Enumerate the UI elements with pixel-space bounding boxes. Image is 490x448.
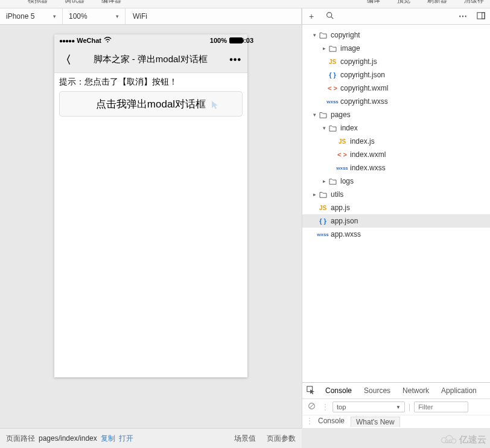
folder-icon bbox=[328, 45, 337, 52]
params-label[interactable]: 页面参数 bbox=[267, 434, 296, 444]
menu-item[interactable]: 刷新器 bbox=[427, 0, 447, 5]
open-link[interactable]: 打开 bbox=[119, 434, 133, 444]
cursor-icon bbox=[211, 100, 220, 113]
tree-item-logs[interactable]: ▸logs bbox=[302, 174, 490, 188]
chevron-down-icon: ▾ bbox=[116, 13, 119, 19]
svg-line-7 bbox=[310, 404, 314, 408]
phone-nav-bar: 〈 脚本之家 - 弹出modal对话框 ••• bbox=[54, 46, 247, 73]
path-value: pages/index/index bbox=[39, 434, 97, 443]
tree-item-index[interactable]: ▾index bbox=[302, 121, 490, 135]
wifi-icon bbox=[104, 37, 112, 44]
context-label: top bbox=[337, 403, 346, 411]
folder-icon bbox=[318, 32, 328, 39]
nav-more-icon[interactable]: ••• bbox=[229, 54, 241, 65]
chevron-down-icon: ▾ bbox=[53, 13, 56, 19]
json-icon: { } bbox=[318, 217, 328, 225]
tree-item-label: app.json bbox=[331, 217, 358, 225]
back-icon[interactable]: 〈 bbox=[60, 53, 71, 67]
tree-item-label: index.wxss bbox=[350, 164, 386, 172]
watermark: 亿速云 bbox=[440, 434, 486, 446]
add-icon[interactable]: + bbox=[302, 11, 320, 21]
separator: | bbox=[409, 403, 410, 411]
tree-item-copyright-js[interactable]: JScopyright.js bbox=[302, 55, 490, 68]
tree-item-copyright-wxss[interactable]: wxsscopyright.wxss bbox=[302, 95, 490, 108]
expand-arrow-icon: ▾ bbox=[320, 125, 328, 131]
tree-item-label: logs bbox=[340, 177, 354, 185]
tree-item-label: copyright.js bbox=[340, 57, 377, 66]
zoom-label: 100% bbox=[69, 12, 88, 21]
tree-item-index-js[interactable]: JSindex.js bbox=[302, 135, 490, 148]
dock-icon[interactable] bbox=[472, 11, 490, 22]
tab-application[interactable]: Application bbox=[435, 383, 483, 398]
tree-item-copyright-wxml[interactable]: < >copyright.wxml bbox=[302, 82, 490, 95]
tree-item-label: copyright bbox=[331, 31, 360, 39]
zoom-selector[interactable]: 100% ▾ bbox=[63, 8, 126, 24]
network-label: WiFi bbox=[133, 12, 147, 21]
tree-item-image[interactable]: ▸image bbox=[302, 42, 490, 55]
svg-point-8 bbox=[445, 440, 448, 442]
svg-point-0 bbox=[326, 13, 331, 18]
file-tree[interactable]: ▾copyright▸imageJScopyright.js{ }copyrig… bbox=[302, 25, 490, 382]
menu-item[interactable]: 清缓存 bbox=[464, 0, 484, 5]
wxml-icon: < > bbox=[328, 85, 337, 92]
expand-arrow-icon: ▸ bbox=[320, 178, 328, 184]
open-modal-button[interactable]: 点击我弹出modal对话框 bbox=[59, 91, 243, 117]
tree-item-app-js[interactable]: JSapp.js bbox=[302, 201, 490, 214]
clear-console-icon[interactable] bbox=[305, 402, 318, 412]
expand-arrow-icon: ▾ bbox=[311, 32, 318, 38]
tab-console-sub[interactable]: Console bbox=[318, 417, 345, 425]
kebab-icon[interactable]: ⋮ bbox=[306, 417, 313, 425]
tab-console[interactable]: Console bbox=[319, 383, 358, 398]
tree-item-label: app.js bbox=[331, 203, 350, 212]
svg-point-9 bbox=[449, 440, 451, 442]
wxss-icon: wxss bbox=[318, 232, 328, 237]
device-selector[interactable]: iPhone 5 ▾ bbox=[0, 8, 63, 24]
tab-network[interactable]: Network bbox=[396, 383, 435, 398]
filter-input[interactable] bbox=[414, 402, 468, 412]
expand-arrow-icon: ▸ bbox=[320, 45, 328, 51]
folder-icon bbox=[328, 125, 337, 132]
tree-item-label: index bbox=[340, 124, 358, 132]
tree-item-label: copyright.wxml bbox=[340, 84, 388, 92]
hint-text: 提示：您点击了【取消】按钮！ bbox=[59, 77, 243, 88]
inspect-icon[interactable] bbox=[302, 386, 319, 396]
menu-item[interactable]: 编译器 bbox=[101, 0, 121, 5]
tab-whatsnew[interactable]: What's New bbox=[351, 417, 400, 427]
tree-item-copyright[interactable]: ▾copyright bbox=[302, 28, 490, 42]
tree-item-app-wxss[interactable]: wxssapp.wxss bbox=[302, 228, 490, 241]
copy-link[interactable]: 复制 bbox=[101, 434, 115, 444]
tree-item-label: image bbox=[340, 44, 360, 53]
simulator-pane: ●●●●● WeChat 15:03 100% 〈 脚本之家 - 弹出modal… bbox=[0, 25, 302, 428]
menu-item[interactable]: 调试器 bbox=[65, 0, 84, 5]
tab-sources[interactable]: Sources bbox=[358, 383, 396, 398]
battery-icon bbox=[229, 37, 243, 43]
more-icon[interactable]: ⋯ bbox=[454, 11, 472, 21]
signal-icon: ●●●●● bbox=[59, 37, 74, 44]
tree-item-label: pages bbox=[331, 110, 351, 119]
network-selector[interactable]: WiFi bbox=[126, 8, 302, 24]
menu-item[interactable]: 编译 bbox=[367, 0, 380, 5]
menu-item[interactable]: 模拟器 bbox=[28, 0, 48, 5]
tree-item-app-json[interactable]: { }app.json bbox=[302, 214, 490, 228]
devtools-panel: Console Sources Network Application ⋮ to… bbox=[302, 382, 490, 428]
tree-item-index-wxml[interactable]: < >index.wxml bbox=[302, 148, 490, 161]
path-label: 页面路径 bbox=[6, 434, 35, 444]
carrier-label: WeChat bbox=[77, 37, 101, 44]
tree-item-pages[interactable]: ▾pages bbox=[302, 108, 490, 121]
tree-item-copyright-json[interactable]: { }copyright.json bbox=[302, 68, 490, 82]
svg-line-1 bbox=[331, 17, 332, 19]
menu-bar: 模拟器 调试器 编译器 编译 预览 刷新器 清缓存 bbox=[0, 0, 490, 8]
expand-arrow-icon: ▸ bbox=[311, 191, 318, 197]
tree-item-label: copyright.wxss bbox=[340, 97, 388, 106]
context-selector[interactable]: top ▼ bbox=[332, 402, 405, 412]
tree-item-utils[interactable]: ▸utils bbox=[302, 188, 490, 201]
wxss-icon: wxss bbox=[328, 99, 337, 104]
status-bar: 页面路径 pages/index/index 复制 打开 场景值 页面参数 bbox=[0, 428, 302, 448]
scene-label[interactable]: 场景值 bbox=[234, 434, 256, 444]
search-icon[interactable] bbox=[320, 11, 339, 21]
tree-item-index-wxss[interactable]: wxssindex.wxss bbox=[302, 161, 490, 174]
svg-rect-2 bbox=[477, 12, 485, 19]
chevron-down-icon: ▼ bbox=[396, 405, 401, 410]
phone-simulator: ●●●●● WeChat 15:03 100% 〈 脚本之家 - 弹出modal… bbox=[54, 34, 247, 377]
menu-item[interactable]: 预览 bbox=[397, 0, 410, 5]
